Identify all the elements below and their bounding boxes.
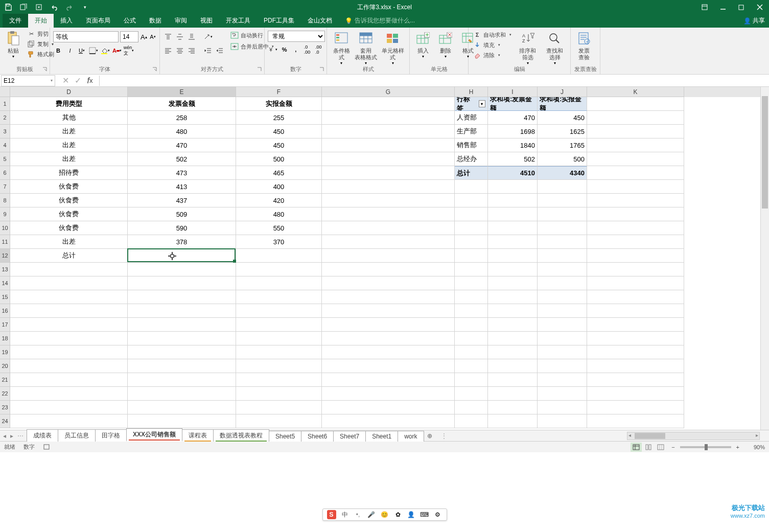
cell-K22[interactable] (587, 387, 684, 401)
cell-H3[interactable]: 生产部 (455, 125, 488, 138)
cell-F23[interactable] (236, 401, 322, 414)
column-header-E[interactable]: E (128, 87, 236, 97)
cell-F8[interactable]: 420 (236, 194, 322, 207)
cell-G1[interactable] (322, 97, 455, 111)
cell-F13[interactable] (236, 263, 322, 276)
cell-G7[interactable] (322, 180, 455, 194)
cell-H16[interactable] (455, 304, 488, 318)
cell-J17[interactable] (538, 318, 587, 332)
row-header-3[interactable]: 3 (0, 125, 10, 138)
cell-G4[interactable] (322, 138, 455, 152)
column-header-J[interactable]: J (538, 87, 587, 97)
cell-I11[interactable] (488, 235, 538, 249)
fill-button[interactable]: 填充▾ (472, 40, 513, 50)
cell-I9[interactable] (488, 207, 538, 221)
ime-voice-icon[interactable]: 🎤 (367, 510, 376, 519)
cell-I24[interactable] (488, 414, 538, 428)
cell-F17[interactable] (236, 318, 322, 332)
cell-F24[interactable] (236, 414, 322, 428)
cell-D15[interactable] (10, 290, 128, 304)
row-header-2[interactable]: 2 (0, 111, 10, 125)
cell-G18[interactable] (322, 332, 455, 345)
cell-I16[interactable] (488, 304, 538, 318)
cell-H11[interactable] (455, 235, 488, 249)
cell-J18[interactable] (538, 332, 587, 345)
ime-punct-icon[interactable]: •, (354, 510, 363, 519)
cell-E17[interactable] (128, 318, 236, 332)
cell-E3[interactable]: 480 (128, 125, 236, 138)
cell-F4[interactable]: 450 (236, 138, 322, 152)
cell-styles-button[interactable]: 单元格样式▾ (379, 29, 406, 66)
cell-G9[interactable] (322, 207, 455, 221)
decrease-font-icon[interactable]: A▾ (149, 31, 156, 42)
cell-I21[interactable] (488, 373, 538, 387)
cell-G10[interactable] (322, 221, 455, 235)
sheet-tab-Sheet1[interactable]: Sheet1 (365, 431, 398, 442)
comma-icon[interactable]: , (291, 44, 300, 55)
cell-D16[interactable] (10, 304, 128, 318)
increase-font-icon[interactable]: A▴ (140, 31, 148, 42)
cell-E10[interactable]: 590 (128, 221, 236, 235)
align-right-icon[interactable] (187, 45, 197, 56)
indent-increase-icon[interactable] (215, 45, 225, 56)
cell-F6[interactable]: 465 (236, 166, 322, 180)
sheet-tab-成绩表[interactable]: 成绩表 (27, 429, 58, 442)
cell-H19[interactable] (455, 345, 488, 359)
zoom-out-button[interactable]: − (671, 444, 674, 450)
row-header-6[interactable]: 6 (0, 166, 10, 180)
tab-insert[interactable]: 插入 (54, 14, 79, 28)
cell-E23[interactable] (128, 401, 236, 414)
cell-D13[interactable] (10, 263, 128, 276)
delete-cells-button[interactable]: 删除▾ (435, 29, 456, 60)
share-button[interactable]: 👤 共享 (743, 16, 765, 28)
cell-D18[interactable] (10, 332, 128, 345)
cell-I14[interactable] (488, 276, 538, 290)
cell-J21[interactable] (538, 373, 587, 387)
redo-icon[interactable] (65, 3, 74, 11)
cell-J11[interactable] (538, 235, 587, 249)
row-header-14[interactable]: 14 (0, 276, 10, 290)
align-left-icon[interactable] (163, 45, 173, 56)
bold-button[interactable]: B (53, 45, 63, 56)
zoom-slider[interactable] (680, 446, 731, 448)
cell-H2[interactable]: 人资部 (455, 111, 488, 125)
sheet-tab-员工信息[interactable]: 员工信息 (58, 429, 96, 442)
cell-E8[interactable]: 437 (128, 194, 236, 207)
number-launcher-icon[interactable] (319, 67, 325, 73)
cell-H22[interactable] (455, 387, 488, 401)
align-top-icon[interactable] (163, 31, 173, 42)
cell-G5[interactable] (322, 152, 455, 166)
cell-G16[interactable] (322, 304, 455, 318)
cell-K15[interactable] (587, 290, 684, 304)
number-format-select[interactable]: 常规 (268, 31, 325, 42)
cell-H23[interactable] (455, 401, 488, 414)
cell-E5[interactable]: 502 (128, 152, 236, 166)
cell-F12[interactable] (236, 249, 322, 263)
row-header-1[interactable]: 1 (0, 97, 10, 111)
cell-K1[interactable] (587, 97, 684, 111)
cell-G3[interactable] (322, 125, 455, 138)
tab-review[interactable]: 审阅 (168, 14, 194, 28)
cell-J19[interactable] (538, 345, 587, 359)
cell-E14[interactable] (128, 276, 236, 290)
ime-account-icon[interactable]: 👤 (407, 510, 416, 519)
cell-K13[interactable] (587, 263, 684, 276)
sheet-tab-work[interactable]: work (398, 431, 424, 442)
cell-K6[interactable] (587, 166, 684, 180)
row-header-5[interactable]: 5 (0, 152, 10, 166)
cell-J2[interactable]: 450 (538, 111, 587, 125)
tab-layout[interactable]: 页面布局 (79, 14, 117, 28)
cell-E12[interactable] (128, 249, 236, 263)
cell-G15[interactable] (322, 290, 455, 304)
cell-I22[interactable] (488, 387, 538, 401)
ime-lang-button[interactable]: 中 (340, 510, 349, 519)
cells-container[interactable]: 费用类型发票金额实报金额行标签▾求和项:发票金额求和项:实报金额其他258255… (10, 97, 769, 430)
cell-J3[interactable]: 1625 (538, 125, 587, 138)
sheet-tab-Sheet6[interactable]: Sheet6 (301, 431, 334, 442)
cell-I7[interactable] (488, 180, 538, 194)
cell-F10[interactable]: 550 (236, 221, 322, 235)
italic-button[interactable]: I (65, 45, 75, 56)
clear-button[interactable]: 清除▾ (472, 51, 513, 60)
tab-home[interactable]: 开始 (28, 14, 54, 28)
save-icon[interactable] (4, 3, 12, 11)
